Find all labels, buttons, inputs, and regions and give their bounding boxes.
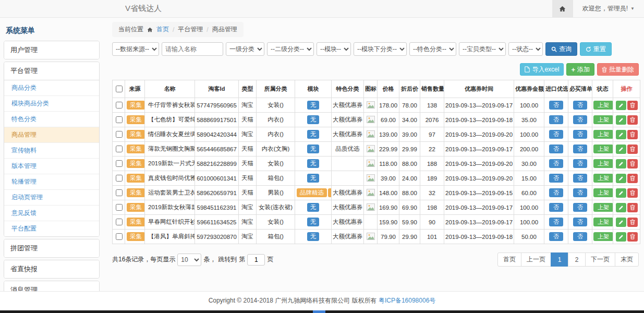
delete-button[interactable] bbox=[627, 218, 638, 227]
status-button[interactable]: 上架 bbox=[593, 130, 613, 139]
edit-button[interactable] bbox=[616, 101, 626, 110]
sidebar-group-header[interactable]: 省直快报 bbox=[4, 260, 99, 278]
page-button[interactable]: 下一页 bbox=[585, 252, 615, 267]
status-button[interactable]: 上架 bbox=[593, 174, 613, 183]
must-buy-button[interactable]: 否 bbox=[573, 203, 587, 212]
breadcrumb-home-link[interactable]: 首页 bbox=[156, 25, 169, 34]
import-select-button[interactable]: 否 bbox=[549, 232, 563, 241]
status-button[interactable]: 上架 bbox=[593, 145, 613, 153]
user-menu[interactable]: 欢迎您，管理员! ▼ bbox=[573, 4, 644, 13]
edit-button[interactable] bbox=[616, 130, 626, 139]
row-checkbox[interactable] bbox=[116, 131, 123, 138]
delete-button[interactable] bbox=[627, 159, 638, 168]
row-checkbox[interactable] bbox=[116, 233, 123, 240]
page-button[interactable]: 1 bbox=[551, 252, 568, 267]
sidebar-item[interactable]: 商品分类 bbox=[4, 80, 99, 95]
filter-select[interactable]: --模块下分类-- bbox=[354, 42, 407, 56]
page-number-input[interactable] bbox=[247, 254, 265, 266]
page-button[interactable]: 上一页 bbox=[521, 252, 551, 267]
page-button[interactable]: 2 bbox=[568, 252, 586, 267]
sidebar-item[interactable]: 模块商品分类 bbox=[4, 95, 99, 111]
filter-select[interactable]: --特色分类-- bbox=[409, 42, 456, 56]
home-button[interactable] bbox=[552, 0, 573, 17]
import-select-button[interactable]: 否 bbox=[549, 115, 563, 124]
row-checkbox[interactable] bbox=[116, 219, 123, 225]
delete-button[interactable] bbox=[627, 174, 638, 183]
edit-button[interactable] bbox=[616, 203, 626, 212]
sidebar-item[interactable]: 意见反馈 bbox=[4, 205, 99, 221]
data-source-select[interactable]: --数据来源-- bbox=[112, 42, 159, 56]
row-checkbox[interactable] bbox=[116, 116, 123, 123]
status-button[interactable]: 上架 bbox=[593, 115, 613, 124]
sidebar-item[interactable]: 特色分类 bbox=[4, 111, 99, 127]
batch-delete-button[interactable]: 批量删除 bbox=[597, 63, 639, 76]
sidebar-item[interactable]: 宣传物料 bbox=[4, 142, 99, 158]
edit-button[interactable] bbox=[616, 218, 626, 227]
must-buy-button[interactable]: 否 bbox=[573, 174, 587, 183]
filter-select[interactable]: 一级分类 bbox=[226, 42, 264, 56]
sidebar-group-header[interactable]: 消息管理 bbox=[4, 281, 99, 291]
filter-select[interactable]: --宝贝类型-- bbox=[459, 42, 506, 56]
must-buy-button[interactable]: 否 bbox=[573, 145, 587, 153]
status-button[interactable]: 上架 bbox=[593, 203, 613, 212]
import-select-button[interactable]: 否 bbox=[549, 130, 563, 139]
edit-button[interactable] bbox=[616, 115, 626, 125]
name-search-input[interactable] bbox=[162, 42, 223, 56]
select-all-checkbox[interactable] bbox=[116, 86, 123, 92]
delete-button[interactable] bbox=[627, 130, 638, 139]
must-buy-button[interactable]: 否 bbox=[573, 218, 587, 226]
delete-button[interactable] bbox=[627, 203, 638, 212]
import-select-button[interactable]: 否 bbox=[549, 159, 563, 168]
import-select-button[interactable]: 否 bbox=[549, 145, 563, 153]
delete-button[interactable] bbox=[627, 145, 638, 154]
row-checkbox[interactable] bbox=[116, 189, 123, 196]
status-button[interactable]: 上架 bbox=[593, 101, 613, 110]
must-buy-button[interactable]: 否 bbox=[573, 130, 587, 139]
breadcrumb-item-platform[interactable]: 平台管理 bbox=[178, 25, 203, 34]
sidebar-group-header[interactable]: 用户管理 bbox=[4, 41, 99, 59]
status-button[interactable]: 上架 bbox=[593, 159, 613, 168]
must-buy-button[interactable]: 否 bbox=[573, 188, 587, 197]
import-select-button[interactable]: 否 bbox=[549, 101, 563, 110]
sidebar-item[interactable]: 版本管理 bbox=[4, 158, 99, 174]
sidebar-item[interactable]: 轮播管理 bbox=[4, 174, 99, 189]
sidebar-item[interactable]: 平台配置 bbox=[4, 221, 99, 236]
icp-link[interactable]: 粤ICP备16098006号 bbox=[379, 297, 435, 304]
add-button[interactable]: + 添加 bbox=[566, 63, 594, 76]
delete-button[interactable] bbox=[627, 188, 638, 198]
filter-select[interactable]: --状态-- bbox=[508, 42, 543, 56]
edit-button[interactable] bbox=[616, 232, 626, 242]
page-button[interactable]: 末页 bbox=[615, 252, 639, 267]
sidebar-group-header[interactable]: 拼团管理 bbox=[4, 239, 99, 257]
row-checkbox[interactable] bbox=[116, 160, 123, 167]
status-button[interactable]: 上架 bbox=[593, 232, 613, 241]
import-select-button[interactable]: 否 bbox=[549, 218, 563, 226]
must-buy-button[interactable]: 否 bbox=[573, 232, 587, 241]
page-button[interactable]: 首页 bbox=[497, 252, 521, 267]
sidebar-group-header[interactable]: 平台管理 bbox=[4, 62, 99, 80]
row-checkbox[interactable] bbox=[116, 102, 123, 109]
row-checkbox[interactable] bbox=[116, 175, 123, 182]
filter-select[interactable]: --模块-- bbox=[317, 42, 351, 56]
delete-button[interactable] bbox=[627, 232, 638, 242]
sidebar-item[interactable]: 启动页管理 bbox=[4, 189, 99, 205]
import-select-button[interactable]: 否 bbox=[549, 188, 563, 197]
import-excel-button[interactable]: 导入excel bbox=[520, 63, 564, 76]
must-buy-button[interactable]: 否 bbox=[573, 115, 587, 124]
delete-button[interactable] bbox=[627, 115, 638, 125]
must-buy-button[interactable]: 否 bbox=[573, 101, 587, 110]
sidebar-item[interactable]: 商品管理 bbox=[4, 127, 99, 142]
row-checkbox[interactable] bbox=[116, 146, 123, 152]
per-page-select[interactable]: 10 bbox=[177, 254, 201, 266]
filter-select[interactable]: --二级分类-- bbox=[267, 42, 314, 56]
edit-button[interactable] bbox=[616, 159, 626, 168]
import-select-button[interactable]: 否 bbox=[549, 174, 563, 183]
must-buy-button[interactable]: 否 bbox=[573, 159, 587, 168]
delete-button[interactable] bbox=[627, 101, 638, 110]
row-checkbox[interactable] bbox=[116, 204, 123, 211]
edit-button[interactable] bbox=[616, 188, 626, 198]
search-button[interactable]: 查询 bbox=[545, 42, 577, 56]
edit-button[interactable] bbox=[616, 174, 626, 183]
status-button[interactable]: 上架 bbox=[593, 218, 613, 226]
import-select-button[interactable]: 否 bbox=[549, 203, 563, 212]
